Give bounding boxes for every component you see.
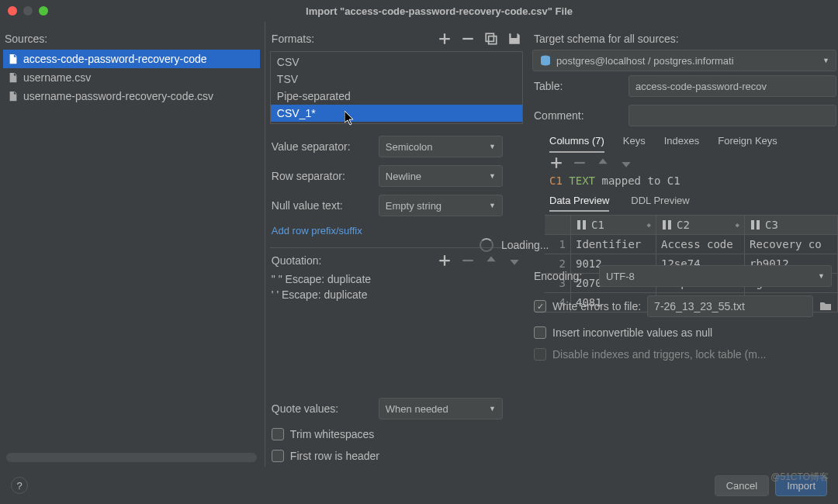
source-item-label: username-password-recovery-code.csv (23, 90, 213, 102)
sources-list[interactable]: access-code-password-recovery-code usern… (3, 50, 260, 450)
svg-rect-6 (668, 220, 671, 230)
source-item-label: username.csv (23, 71, 91, 84)
remove-column-icon (573, 156, 587, 170)
source-item[interactable]: access-code-password-recovery-code (3, 50, 260, 68)
help-icon[interactable]: ? (11, 477, 28, 494)
close-window-icon[interactable] (8, 6, 17, 16)
row-separator-combo[interactable]: Newline▼ (379, 165, 503, 187)
file-icon (8, 91, 19, 102)
tab-columns[interactable]: Columns (7) (549, 133, 604, 153)
insert-null-label: Insert inconvertible values as null (552, 326, 712, 339)
format-item[interactable]: Pipe-separated (271, 88, 522, 105)
comment-input[interactable] (628, 105, 836, 126)
schema-label: Target schema for all sources: (532, 28, 838, 50)
save-format-icon[interactable] (507, 32, 521, 46)
chevron-down-icon: ▼ (818, 272, 825, 280)
quote-values-label: Quote values: (272, 402, 371, 415)
svg-rect-1 (489, 36, 497, 44)
format-item[interactable]: CSV_1* (271, 105, 522, 122)
svg-rect-8 (757, 220, 760, 230)
minimize-window-icon (23, 6, 33, 16)
chevron-down-icon: ▼ (489, 143, 496, 150)
sort-icon[interactable]: ◆ (736, 221, 739, 229)
remove-quotation-icon (461, 254, 475, 268)
chevron-down-icon: ▼ (489, 172, 496, 180)
source-item[interactable]: username.csv (3, 68, 260, 87)
svg-rect-3 (577, 220, 580, 230)
encoding-label: Encoding: (534, 270, 591, 282)
format-item[interactable]: TSV (271, 71, 522, 88)
insert-null-checkbox[interactable] (534, 326, 546, 339)
tab-indexes[interactable]: Indexes (664, 133, 700, 153)
database-icon (539, 54, 552, 67)
column-icon (576, 219, 588, 231)
value-separator-combo[interactable]: Semicolon▼ (379, 136, 503, 157)
chevron-down-icon: ▼ (822, 57, 829, 64)
source-item[interactable]: username-password-recovery-code.csv (3, 87, 260, 105)
encoding-combo[interactable]: UTF-8▼ (599, 265, 832, 287)
column-header[interactable]: C3 (745, 216, 838, 235)
svg-rect-4 (583, 220, 586, 230)
sources-label: Sources: (3, 28, 260, 50)
folder-icon[interactable] (819, 300, 832, 312)
first-row-header-checkbox[interactable] (272, 450, 284, 462)
write-errors-label: Write errors to file: (552, 300, 641, 312)
trim-whitespace-checkbox[interactable] (272, 428, 284, 440)
move-col-up-icon (596, 156, 610, 170)
table-combo[interactable]: access-code-password-recov (628, 75, 836, 97)
first-row-header-label: First row is header (290, 450, 379, 462)
window-traffic-lights (8, 6, 48, 16)
chevron-down-icon: ▼ (489, 405, 496, 413)
svg-rect-5 (663, 220, 666, 230)
add-column-icon[interactable] (549, 156, 563, 170)
column-header[interactable]: C1◆ (571, 216, 656, 235)
quotation-item[interactable]: " " Escape: duplicate (270, 271, 523, 287)
tab-data-preview[interactable]: Data Preview (549, 193, 609, 212)
window-title: Import "access-code-password-recovery-co… (48, 5, 830, 17)
preview-tabs: Data Preview DDL Preview (532, 190, 838, 215)
window-titlebar: Import "access-code-password-recovery-co… (0, 0, 838, 22)
comment-label: Comment: (534, 109, 621, 122)
tab-keys[interactable]: Keys (623, 133, 646, 153)
copy-format-icon[interactable] (484, 32, 498, 46)
move-down-icon (507, 254, 521, 268)
tab-foreign-keys[interactable]: Foreign Keys (718, 133, 777, 153)
file-icon (8, 54, 19, 64)
null-value-combo[interactable]: Empty string▼ (379, 195, 503, 216)
add-quotation-icon[interactable] (438, 254, 452, 268)
column-header[interactable]: C2◆ (656, 216, 745, 235)
disable-indexes-label: Disable indexes and triggers, lock table… (552, 348, 766, 361)
quote-values-combo[interactable]: When needed▼ (379, 398, 503, 419)
file-icon (8, 72, 19, 83)
watermark-text: @51CTO博客 (770, 471, 829, 484)
value-separator-label: Value separator: (272, 140, 371, 153)
quotation-label: Quotation: (272, 254, 430, 267)
source-item-label: access-code-password-recovery-code (23, 53, 207, 65)
tab-ddl-preview[interactable]: DDL Preview (631, 193, 689, 212)
add-format-icon[interactable] (438, 32, 452, 46)
row-separator-label: Row separator: (272, 170, 371, 182)
null-value-label: Null value text: (272, 199, 371, 212)
svg-rect-7 (751, 220, 754, 230)
quotation-item[interactable]: ' ' Escape: duplicate (270, 287, 523, 302)
disable-indexes-checkbox (534, 348, 546, 361)
move-up-icon (484, 254, 498, 268)
table-row: 1IdentifierAccess codeRecovery co (545, 235, 838, 254)
move-col-down-icon (619, 156, 633, 170)
dialog-footer: ? Cancel Import (0, 467, 838, 504)
remove-format-icon[interactable] (461, 32, 475, 46)
add-row-prefix-link[interactable]: Add row prefix/suffix (270, 220, 523, 241)
column-icon (750, 219, 762, 231)
sort-icon[interactable]: ◆ (647, 221, 651, 229)
cancel-button[interactable]: Cancel (715, 475, 769, 496)
trim-whitespace-label: Trim whitespaces (290, 428, 374, 440)
maximize-window-icon[interactable] (39, 6, 48, 16)
table-label: Table: (534, 80, 621, 92)
schema-combo[interactable]: postgres@localhost / postgres.informati … (532, 50, 836, 71)
formats-list[interactable]: CSV TSV Pipe-separated CSV_1* (270, 51, 523, 124)
write-errors-checkbox[interactable] (534, 300, 546, 312)
format-item[interactable]: CSV (271, 54, 522, 71)
write-errors-file-input[interactable]: 7-26_13_23_55.txt (647, 295, 813, 317)
horizontal-scrollbar[interactable] (6, 453, 257, 462)
formats-label: Formats: (272, 33, 430, 45)
